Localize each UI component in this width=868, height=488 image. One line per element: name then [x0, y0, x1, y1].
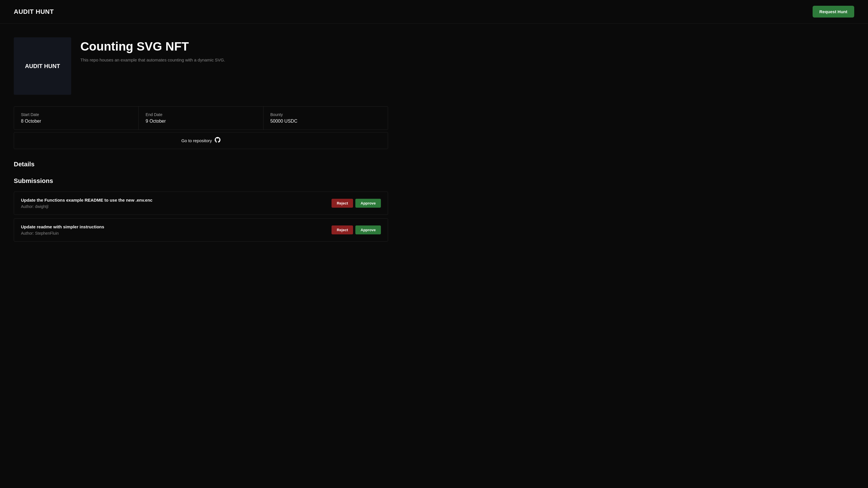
- github-icon: [215, 137, 220, 144]
- repo-link-label: Go to repository: [181, 138, 212, 143]
- dates-bounty-row: Start Date 8 October End Date 9 October …: [14, 106, 388, 130]
- project-thumbnail-text: AUDIT HUNT: [25, 63, 60, 69]
- repo-link-button[interactable]: Go to repository: [14, 133, 388, 149]
- repo-link-row[interactable]: Go to repository: [14, 132, 388, 149]
- submissions-title: Submissions: [14, 177, 388, 185]
- project-header: AUDIT HUNT Counting SVG NFT This repo ho…: [14, 37, 388, 95]
- end-date-label: End Date: [146, 112, 256, 117]
- approve-button-2[interactable]: Approve: [355, 226, 381, 234]
- bounty-label: Bounty: [270, 112, 381, 117]
- request-hunt-button[interactable]: Request Hunt: [813, 6, 855, 18]
- bounty-card: Bounty 50000 USDC: [264, 107, 388, 130]
- submission-actions-1: Reject Approve: [332, 199, 381, 208]
- main-content: AUDIT HUNT Counting SVG NFT This repo ho…: [0, 24, 402, 264]
- start-date-value: 8 October: [21, 119, 131, 124]
- reject-button-2[interactable]: Reject: [332, 226, 353, 234]
- details-section: Details: [14, 161, 388, 168]
- project-title: Counting SVG NFT: [81, 40, 225, 53]
- reject-button-1[interactable]: Reject: [332, 199, 353, 208]
- submission-item: Update the Functions example README to u…: [14, 192, 388, 215]
- submission-author-2: Author: StephenFluin: [21, 231, 332, 235]
- approve-button-1[interactable]: Approve: [355, 199, 381, 208]
- submission-title-2: Update readme with simpler instructions: [21, 224, 332, 229]
- header: AUDIT HUNT Request Hunt: [0, 0, 868, 24]
- submission-info-2: Update readme with simpler instructions …: [21, 224, 332, 235]
- submissions-section: Submissions Update the Functions example…: [14, 177, 388, 241]
- start-date-card: Start Date 8 October: [14, 107, 138, 130]
- project-thumbnail: AUDIT HUNT: [14, 37, 71, 95]
- project-info: Counting SVG NFT This repo houses an exa…: [81, 37, 225, 63]
- submission-item-2: Update readme with simpler instructions …: [14, 218, 388, 241]
- submission-info-1: Update the Functions example README to u…: [21, 198, 332, 209]
- submission-author-1: Author: dwightjl: [21, 204, 332, 209]
- start-date-label: Start Date: [21, 112, 131, 117]
- project-description: This repo houses an example that automat…: [81, 57, 225, 63]
- details-title: Details: [14, 161, 388, 168]
- bounty-value: 50000 USDC: [270, 119, 381, 124]
- submission-actions-2: Reject Approve: [332, 226, 381, 234]
- header-logo: AUDIT HUNT: [14, 8, 54, 16]
- submission-title-1: Update the Functions example README to u…: [21, 198, 332, 202]
- end-date-card: End Date 9 October: [138, 107, 263, 130]
- end-date-value: 9 October: [146, 119, 256, 124]
